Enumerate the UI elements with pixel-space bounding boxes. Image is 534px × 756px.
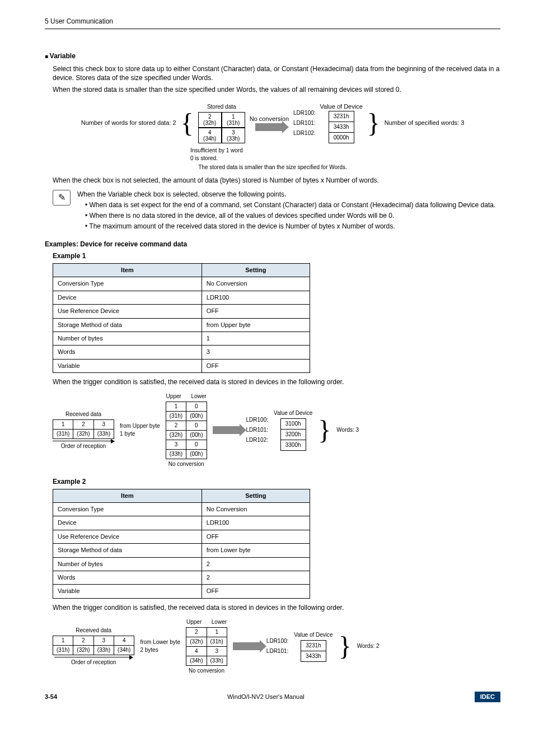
ex1-method-label: from Upper byte 1 byte <box>120 422 160 438</box>
page-footer: 3-54 WindO/I-NV2 User's Manual IDEC <box>45 692 500 702</box>
examples-title: Examples: Device for receive command dat… <box>45 240 500 249</box>
ex2-words-label: Words: 2 <box>357 642 380 650</box>
example1-caption: When the trigger condition is satisfied,… <box>53 377 500 387</box>
after-fig1-text: When the check box is not selected, the … <box>53 176 500 185</box>
chapter-header: 5 User Communication <box>45 17 500 26</box>
info-callout: ✎ When the Variable check box is selecte… <box>53 190 500 231</box>
brace-icon: } <box>367 112 380 134</box>
arrow-right-icon <box>255 123 283 131</box>
ex2-method-label: from Lower byte 2 bytes <box>140 638 180 654</box>
info-bullet-3: The maximum amount of the received data … <box>85 222 500 231</box>
fig1-value-label: Value of Device <box>320 102 363 111</box>
page-number: 3-54 <box>45 693 57 701</box>
info-bullet-2: When there is no data stored in the devi… <box>85 211 500 221</box>
fig1-device-names: LDR100: LDR101: LDR102: <box>293 108 315 138</box>
brand-badge: IDEC <box>475 692 500 702</box>
brace-icon: } <box>339 635 352 657</box>
example1-table: ItemSetting Conversion TypeNo Conversion… <box>53 263 310 373</box>
example2-table: ItemSetting Conversion TypeNo Conversion… <box>53 489 310 599</box>
info-intro: When the Variable check box is selected,… <box>77 190 500 199</box>
fig1-device-values: 3231h 3433h 0000h <box>329 111 354 143</box>
note-icon: ✎ <box>53 190 71 206</box>
example1-figure: Received data 123 (31h)(32h)(33h) Order … <box>53 393 500 468</box>
figure-1: Number of words for stored data: 2 { Sto… <box>45 102 500 143</box>
header-rule <box>45 29 500 29</box>
fig1-lead-label: Number of words for stored data: 2 <box>81 119 176 127</box>
arrow-right-icon <box>233 642 261 650</box>
brace-icon: { <box>181 112 194 134</box>
brace-icon: } <box>318 419 331 441</box>
example2-figure: Received data 1234 (31h)(32h)(33h)(34h) … <box>53 618 500 675</box>
manual-title: WindO/I-NV2 User's Manual <box>227 693 305 701</box>
section-variable-title: Variable <box>45 52 500 61</box>
arrow-right-icon <box>213 426 241 434</box>
fig1-note2: The stored data is smaller than the size… <box>45 164 500 171</box>
info-bullet-1: When data is set expect for the end of a… <box>85 200 500 210</box>
fig1-note1: Insufficient by 1 word 0 is stored. <box>190 147 500 162</box>
example1-title: Example 1 <box>53 251 500 261</box>
section-para2: When the stored data is smaller than the… <box>53 85 500 95</box>
example2-caption: When the trigger condition is satisfied,… <box>53 603 500 613</box>
fig1-trail-label: Number of specified words: 3 <box>385 119 464 127</box>
fig1-stored-data-label: Stored data <box>207 103 236 111</box>
section-para1: Select this check box to store data up t… <box>53 64 500 83</box>
example2-title: Example 2 <box>53 477 500 487</box>
ex1-words-label: Words: 3 <box>336 426 359 434</box>
fig1-stored-grid: 2(32h) 1(31h) 4(34h) 3(33h) <box>198 112 245 143</box>
